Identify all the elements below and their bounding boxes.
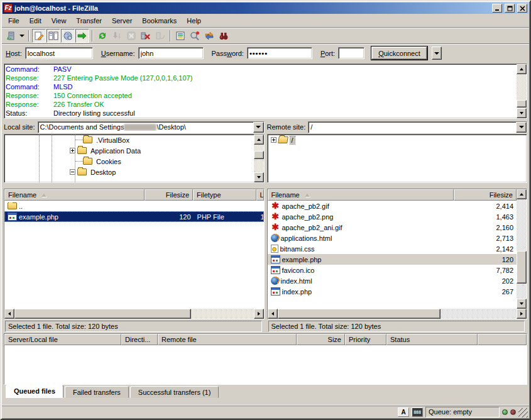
expand-icon[interactable] bbox=[70, 148, 75, 153]
toggle-local-tree-button[interactable] bbox=[47, 29, 60, 43]
toggle-remote-tree-button[interactable] bbox=[61, 29, 75, 43]
quickconnect-button[interactable]: Quickconnect bbox=[371, 47, 427, 60]
file-row[interactable]: ✱apache_pb2.gif 2,414 bbox=[268, 201, 517, 211]
tree-item-cookies[interactable]: Cookies bbox=[4, 156, 254, 167]
expand-icon[interactable] bbox=[271, 137, 276, 143]
combo-dropdown-button[interactable] bbox=[516, 122, 527, 133]
toggle-transfer-queue-button[interactable] bbox=[75, 29, 89, 43]
file-row[interactable]: ✱apache_pb2.png 1,463 bbox=[268, 211, 517, 222]
folder-icon bbox=[83, 158, 92, 165]
column-header-size[interactable]: Size bbox=[297, 334, 345, 345]
column-header-status[interactable]: Status bbox=[386, 334, 478, 345]
tree-item-virtualbox[interactable]: .VirtualBox bbox=[4, 135, 254, 145]
file-row[interactable]: index.html 202 bbox=[268, 275, 517, 286]
combo-dropdown-button[interactable] bbox=[253, 122, 264, 133]
speed-limit-icon[interactable]: 888 bbox=[412, 407, 423, 417]
disconnect-button[interactable] bbox=[139, 29, 153, 43]
menu-bookmarks[interactable]: Bookmarks bbox=[137, 15, 182, 26]
toggle-message-log-button[interactable] bbox=[32, 29, 46, 43]
resize-grip[interactable] bbox=[518, 408, 528, 417]
process-queue-button[interactable] bbox=[110, 29, 124, 43]
password-input[interactable] bbox=[247, 47, 312, 59]
file-row[interactable]: applications.html 2,713 bbox=[268, 233, 517, 243]
php-file-icon bbox=[271, 287, 280, 296]
scroll-down-button[interactable] bbox=[517, 108, 527, 118]
column-header-filesize[interactable]: Filesize bbox=[145, 189, 193, 201]
remote-horizontal-scrollbar[interactable] bbox=[268, 309, 527, 319]
tree-item-application-data[interactable]: Application Data bbox=[4, 145, 254, 156]
maximize-button[interactable] bbox=[505, 4, 515, 13]
menu-transfer[interactable]: Transfer bbox=[71, 15, 107, 26]
scroll-right-button[interactable] bbox=[254, 309, 264, 319]
folder-icon bbox=[77, 147, 87, 154]
remote-pane: Remote site: / / bbox=[267, 120, 528, 332]
file-row[interactable]: bitnami.css 2,142 bbox=[268, 243, 517, 254]
file-row[interactable]: favicon.ico 7,782 bbox=[268, 265, 517, 275]
column-header-filename[interactable]: Filename bbox=[268, 189, 454, 201]
host-input[interactable] bbox=[25, 47, 93, 59]
transfer-type-icon[interactable]: A bbox=[398, 407, 409, 417]
scroll-thumb[interactable] bbox=[278, 309, 441, 319]
file-row-selected[interactable]: example.php 120 bbox=[268, 254, 517, 265]
scroll-left-button[interactable] bbox=[4, 309, 14, 319]
username-input[interactable] bbox=[138, 47, 204, 59]
synchronized-browsing-button[interactable] bbox=[202, 29, 216, 43]
column-header-server-local-file[interactable]: Server/Local file bbox=[4, 334, 121, 345]
column-header-priority[interactable]: Priority bbox=[345, 334, 386, 345]
column-header-filename[interactable]: Filename bbox=[4, 189, 145, 201]
remote-vertical-scrollbar[interactable] bbox=[517, 189, 527, 309]
log-vertical-scrollbar[interactable] bbox=[517, 64, 527, 118]
directory-comparison-button[interactable] bbox=[188, 29, 202, 43]
scroll-thumb[interactable] bbox=[517, 251, 527, 284]
file-row[interactable]: ✱apache_pb2_ani.gif 2,160 bbox=[268, 222, 517, 233]
password-label: Password: bbox=[212, 50, 244, 57]
file-row[interactable]: index.php 267 bbox=[268, 286, 517, 297]
menu-edit[interactable]: Edit bbox=[25, 15, 47, 26]
menu-server[interactable]: Server bbox=[107, 15, 137, 26]
local-horizontal-scrollbar[interactable] bbox=[4, 309, 264, 319]
scroll-up-button[interactable] bbox=[254, 135, 264, 145]
column-header-direction[interactable]: Directi... bbox=[121, 334, 158, 345]
scroll-up-button[interactable] bbox=[517, 189, 527, 199]
column-header-modified[interactable]: L bbox=[256, 189, 264, 201]
site-manager-dropdown[interactable] bbox=[18, 29, 26, 43]
filter-button[interactable] bbox=[173, 29, 187, 43]
find-files-button[interactable] bbox=[217, 29, 231, 43]
refresh-button[interactable] bbox=[96, 29, 109, 43]
tab-failed-transfers[interactable]: Failed transfers bbox=[65, 386, 129, 398]
port-input[interactable] bbox=[338, 47, 364, 59]
column-header-remote-file[interactable]: Remote file bbox=[158, 334, 297, 345]
pane-splitter[interactable] bbox=[4, 183, 265, 186]
local-tree-scrollbar[interactable] bbox=[254, 135, 264, 182]
collapse-icon[interactable] bbox=[70, 169, 75, 175]
tab-successful-transfers[interactable]: Successful transfers (1) bbox=[130, 386, 219, 398]
tree-item-root[interactable]: / bbox=[268, 135, 527, 145]
minimize-button[interactable] bbox=[492, 4, 502, 13]
remote-site-combobox[interactable]: / bbox=[308, 121, 527, 133]
column-header-filetype[interactable]: Filetype bbox=[193, 189, 256, 201]
scroll-down-button[interactable] bbox=[254, 172, 264, 182]
site-manager-button[interactable] bbox=[4, 29, 18, 43]
quickconnect-dropdown[interactable] bbox=[432, 47, 442, 60]
pane-splitter[interactable] bbox=[267, 183, 528, 186]
file-row-example-php[interactable]: example.php 120 PHP File 1 bbox=[4, 211, 264, 222]
reconnect-button[interactable] bbox=[153, 29, 167, 43]
local-site-combobox[interactable]: C:\Documents and Settings\Desktop\ bbox=[38, 121, 265, 133]
scroll-thumb[interactable] bbox=[254, 151, 264, 159]
column-header-filesize[interactable]: Filesize bbox=[454, 189, 517, 201]
tree-item-desktop[interactable]: Desktop bbox=[4, 167, 254, 177]
menu-file[interactable]: File bbox=[3, 15, 25, 26]
scroll-down-button[interactable] bbox=[517, 299, 527, 309]
tab-queued-files[interactable]: Queued files bbox=[6, 385, 63, 398]
menu-view[interactable]: View bbox=[47, 15, 72, 26]
close-button[interactable] bbox=[517, 4, 527, 13]
file-row-parent-dir[interactable]: .. bbox=[4, 201, 264, 211]
menu-help[interactable]: Help bbox=[182, 15, 206, 26]
scroll-thumb[interactable] bbox=[14, 309, 191, 319]
cancel-operation-button[interactable] bbox=[124, 29, 138, 43]
scroll-left-button[interactable] bbox=[268, 309, 278, 319]
scroll-up-button[interactable] bbox=[517, 64, 527, 74]
scroll-thumb[interactable] bbox=[517, 100, 527, 108]
scroll-right-button[interactable] bbox=[517, 309, 527, 319]
remote-list-header: Filename Filesize bbox=[268, 189, 517, 201]
